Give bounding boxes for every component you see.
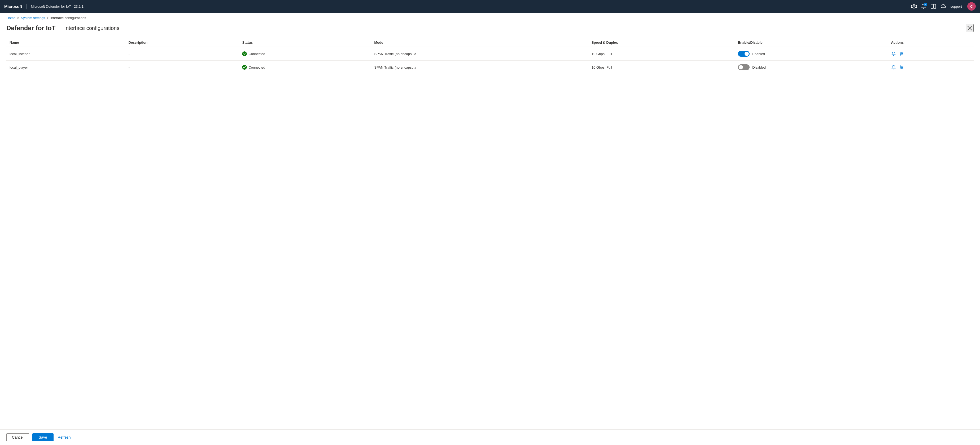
- cell-status: Connected: [239, 47, 371, 61]
- table-row: local_listener- Connected SPAN Traffic (…: [6, 47, 974, 61]
- user-label: support: [951, 5, 962, 8]
- svg-point-8: [900, 52, 901, 53]
- breadcrumb-current: Interface configurations: [50, 16, 86, 20]
- svg-rect-0: [931, 4, 933, 8]
- connected-icon: [242, 51, 247, 56]
- col-status: Status: [239, 38, 371, 47]
- breadcrumb-home[interactable]: Home: [6, 16, 16, 20]
- interface-table: Name Description Status Mode Speed & Dup…: [6, 38, 974, 74]
- topbar: Microsoft Microsoft Defender for IoT - 2…: [0, 0, 980, 13]
- connected-icon: [242, 65, 247, 70]
- col-enable-disable: Enable/Disable: [735, 38, 888, 47]
- svg-point-15: [902, 67, 902, 68]
- topbar-icons: 0 support C: [911, 2, 976, 11]
- settings-icon[interactable]: [911, 4, 916, 9]
- user-avatar[interactable]: C: [967, 2, 976, 11]
- settings-sliders-icon[interactable]: [899, 51, 904, 56]
- settings-sliders-icon[interactable]: [899, 65, 904, 70]
- interface-table-container: Name Description Status Mode Speed & Dup…: [6, 38, 974, 74]
- cell-status: Connected: [239, 61, 371, 74]
- col-description: Description: [126, 38, 239, 47]
- svg-point-16: [900, 68, 901, 69]
- cloud-icon[interactable]: [940, 4, 946, 9]
- table-header-row: Name Description Status Mode Speed & Dup…: [6, 38, 974, 47]
- cell-mode: SPAN Traffic (no encapsula: [371, 47, 589, 61]
- svg-point-9: [902, 53, 902, 54]
- table-row: local_player- Connected SPAN Traffic (no…: [6, 61, 974, 74]
- svg-point-14: [900, 66, 901, 67]
- col-name: Name: [6, 38, 126, 47]
- cell-actions: [888, 47, 974, 61]
- page-header: Defender for IoT Interface configuration…: [0, 20, 980, 32]
- book-icon[interactable]: [931, 4, 936, 9]
- col-actions: Actions: [888, 38, 974, 47]
- breadcrumb-sep-2: >: [47, 16, 49, 20]
- toggle-label: Enabled: [752, 52, 765, 56]
- breadcrumb-sep-1: >: [17, 16, 19, 20]
- cell-mode: SPAN Traffic (no encapsula: [371, 61, 589, 74]
- cell-speed-duplex: 10 Gbps, Full: [589, 61, 735, 74]
- notification-badge: 0: [924, 3, 927, 6]
- app-title: Microsoft Defender for IoT - 23.1.1: [31, 5, 84, 8]
- toggle-label: Disabled: [752, 65, 766, 70]
- notification-icon[interactable]: 0: [921, 4, 926, 9]
- cell-description: -: [126, 47, 239, 61]
- cell-description: -: [126, 61, 239, 74]
- cell-actions: [888, 61, 974, 74]
- brand-name: Microsoft: [4, 4, 22, 9]
- svg-rect-1: [934, 4, 936, 8]
- status-label: Connected: [248, 65, 265, 70]
- page-brand: Defender for IoT: [6, 24, 56, 32]
- alert-icon[interactable]: [891, 65, 896, 70]
- col-speed-duplex: Speed & Duplex: [589, 38, 735, 47]
- cell-name: local_player: [6, 61, 126, 74]
- page-header-divider: [60, 24, 60, 32]
- cell-name: local_listener: [6, 47, 126, 61]
- cell-enable-disable: Enabled: [735, 47, 888, 61]
- cell-speed-duplex: 10 Gbps, Full: [589, 47, 735, 61]
- page-subtitle: Interface configurations: [64, 25, 119, 31]
- svg-point-10: [900, 54, 901, 55]
- cell-enable-disable: Disabled: [735, 61, 888, 74]
- toggle-1[interactable]: [738, 64, 749, 70]
- status-label: Connected: [248, 52, 265, 56]
- alert-icon[interactable]: [891, 51, 896, 56]
- toggle-0[interactable]: [738, 51, 749, 57]
- close-button[interactable]: [966, 24, 974, 32]
- col-mode: Mode: [371, 38, 589, 47]
- breadcrumb-system-settings[interactable]: System settings: [21, 16, 45, 20]
- breadcrumb: Home > System settings > Interface confi…: [0, 13, 980, 20]
